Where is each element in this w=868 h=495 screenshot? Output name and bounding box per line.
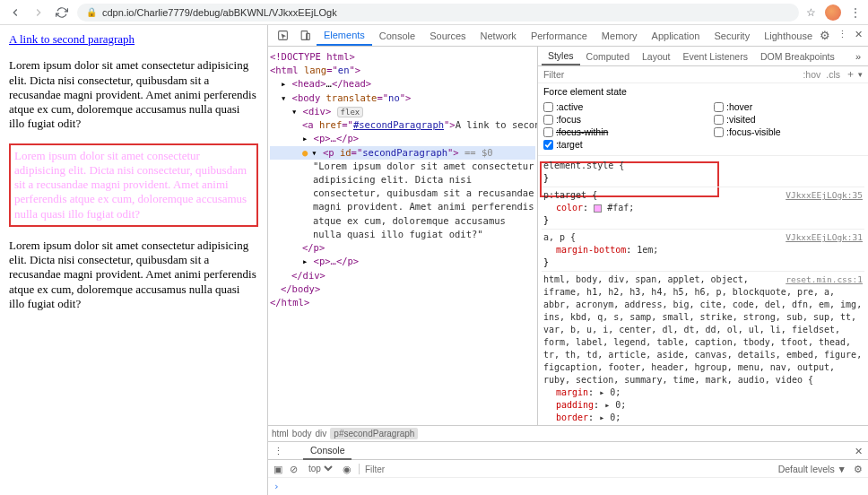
tab-sources[interactable]: Sources <box>422 27 473 45</box>
breadcrumb[interactable]: html body div p#secondParagraph <box>268 425 868 441</box>
styles-tab-computed[interactable]: Computed <box>580 48 636 65</box>
chevron-down-icon[interactable]: ▾ <box>858 70 863 79</box>
styles-filter[interactable] <box>543 69 799 80</box>
rule-link-3[interactable]: reset.min.css:1 <box>786 274 863 285</box>
state-active[interactable]: :active <box>543 101 692 112</box>
state-focus[interactable]: :focus <box>543 114 692 125</box>
state-visited[interactable]: :visited <box>714 114 863 125</box>
tab-lighthouse[interactable]: Lighthouse <box>757 27 820 45</box>
styles-tab-events[interactable]: Event Listeners <box>677 48 754 65</box>
tab-network[interactable]: Network <box>473 27 524 45</box>
styles-tab-styles[interactable]: Styles <box>542 48 580 65</box>
paragraph-2-target: Lorem ipsum dolor sit amet consectetur a… <box>9 143 258 227</box>
rule-link-1[interactable]: VJkxxEEjLOgk:35 <box>786 189 863 201</box>
context-select[interactable]: top <box>305 463 335 474</box>
inspect-icon[interactable] <box>272 30 294 41</box>
styles-tab-layout[interactable]: Layout <box>636 48 677 65</box>
tab-memory[interactable]: Memory <box>595 27 645 45</box>
rule-link-2[interactable]: VJkxxEEjLOgk:31 <box>786 231 863 243</box>
paragraph-3: Lorem ipsum dolor sit amet consectetur a… <box>9 239 258 311</box>
tab-application[interactable]: Application <box>645 27 707 45</box>
chevron-icon[interactable]: » <box>855 51 864 62</box>
tab-security[interactable]: Security <box>707 27 757 45</box>
back-button[interactable] <box>7 4 23 21</box>
console-filter[interactable] <box>365 465 771 474</box>
menu-icon[interactable]: ⋮ <box>850 6 861 19</box>
console-tab[interactable]: Console <box>303 442 352 460</box>
rendered-page: A link to second paragraph Lorem ipsum d… <box>0 25 267 495</box>
url-bar[interactable]: 🔒 cdpn.io/Charlie7779/debug/abBKWNL/VJkx… <box>77 4 799 22</box>
device-icon[interactable] <box>294 30 317 41</box>
url-text: cdpn.io/Charlie7779/debug/abBKWNL/VJkxxE… <box>102 7 337 18</box>
console-prompt[interactable]: › <box>268 478 868 495</box>
page-link[interactable]: A link to second paragraph <box>9 32 135 46</box>
settings-icon[interactable]: ⚙ <box>820 29 830 42</box>
tab-performance[interactable]: Performance <box>524 27 595 45</box>
avatar[interactable] <box>825 4 841 21</box>
tab-console[interactable]: Console <box>372 27 422 45</box>
swatch-icon[interactable] <box>594 204 602 213</box>
more-icon[interactable]: ⋮ <box>838 29 847 42</box>
new-style-icon[interactable]: ＋ <box>846 68 855 81</box>
hov-toggle[interactable]: :hov <box>803 69 820 80</box>
lock-icon: 🔒 <box>86 7 97 17</box>
console-close-icon[interactable]: ✕ <box>855 446 868 456</box>
cls-toggle[interactable]: .cls <box>826 69 840 80</box>
close-icon[interactable]: ✕ <box>855 29 863 42</box>
reload-button[interactable] <box>54 4 70 21</box>
forward-button[interactable] <box>30 4 47 21</box>
styles-tab-dom-bp[interactable]: DOM Breakpoints <box>754 48 841 65</box>
tab-elements[interactable]: Elements <box>317 26 372 46</box>
log-levels[interactable]: Default levels ▼ <box>778 464 846 474</box>
console-gear-icon[interactable]: ⚙ <box>854 464 863 474</box>
selected-node[interactable]: ▾ <p id="secondParagraph"> == $0 <box>270 146 535 160</box>
paragraph-1: Lorem ipsum dolor sit amet consectetur a… <box>9 58 258 131</box>
fes-title: Force element state <box>538 83 868 100</box>
state-focus-visible[interactable]: :focus-visible <box>714 126 863 137</box>
console-clear-icon[interactable]: ⊘ <box>290 464 298 474</box>
console-menu-icon[interactable]: ⋮ <box>268 446 289 456</box>
eye-icon[interactable]: ◉ <box>343 464 352 474</box>
state-target[interactable]: :target <box>543 139 692 150</box>
star-icon[interactable]: ☆ <box>806 6 816 19</box>
dom-tree[interactable]: <!DOCTYPE html> <html lang="en"> ▸ <head… <box>268 47 537 425</box>
state-focus-within[interactable]: :focus-within <box>543 126 692 137</box>
state-hover[interactable]: :hover <box>714 101 863 112</box>
console-sidebar-icon[interactable]: ▣ <box>273 464 282 474</box>
